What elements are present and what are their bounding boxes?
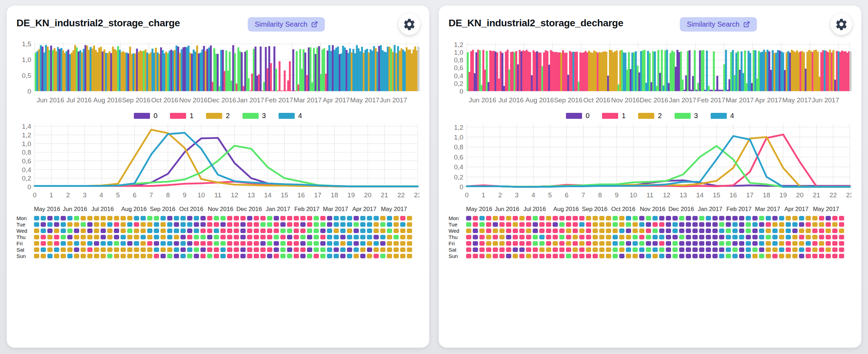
- svg-text:Sep 2016: Sep 2016: [122, 96, 150, 104]
- heatmap-day-label: Sun: [449, 253, 466, 259]
- heatmap-cell: [832, 241, 838, 246]
- heatmap-cell: [280, 247, 286, 252]
- svg-text:12: 12: [231, 191, 238, 199]
- similarity-search-button[interactable]: Similarity Search: [248, 17, 325, 32]
- heatmap-month-label: Nov 2016: [640, 206, 665, 213]
- legend-label: 4: [298, 112, 302, 120]
- heatmap-cell: [579, 222, 585, 227]
- heatmap-cell: [779, 222, 784, 227]
- heatmap-cell: [772, 241, 778, 246]
- heatmap-cell: [559, 241, 565, 246]
- heatmap-cell: [593, 247, 598, 252]
- similarity-search-button[interactable]: Similarity Search: [680, 17, 757, 32]
- heatmap-cell: [141, 235, 146, 239]
- legend-item-2[interactable]: 2: [206, 112, 230, 120]
- svg-text:16: 16: [730, 191, 737, 199]
- external-link-icon: [311, 21, 318, 28]
- heatmap-cell: [180, 229, 186, 233]
- external-link-icon: [743, 21, 750, 28]
- heatmap-cell: [719, 216, 724, 220]
- heatmap-cell: [74, 254, 79, 258]
- heatmap-cell: [506, 222, 511, 227]
- heatmap-month-label: Jul 2016: [91, 206, 114, 213]
- heatmap-cell: [87, 254, 93, 258]
- hourly-profile-chart[interactable]: 0123456789101112131415161718192021222300…: [449, 122, 852, 201]
- heatmap-cell: [479, 254, 485, 258]
- svg-text:8: 8: [598, 191, 602, 199]
- heatmap-cell: [479, 216, 485, 220]
- heatmap-cell: [320, 254, 326, 258]
- heatmap-cell: [327, 247, 332, 252]
- legend-item-4[interactable]: 4: [711, 112, 734, 120]
- heatmap-cell: [726, 222, 731, 227]
- heatmap-cell: [134, 241, 139, 246]
- heatmap-cell: [187, 235, 192, 239]
- heatmap-cell: [254, 235, 259, 239]
- heatmap-cell: [134, 254, 139, 258]
- legend-item-3[interactable]: 3: [242, 112, 266, 120]
- legend-item-0[interactable]: 0: [134, 112, 157, 120]
- heatmap-cell: [287, 247, 292, 252]
- heatmap-cell: [314, 229, 319, 233]
- settings-button[interactable]: [398, 13, 420, 35]
- heatmap-cell: [154, 222, 159, 227]
- legend-label: 0: [586, 112, 589, 120]
- heatmap-cell: [400, 216, 405, 220]
- heatmap-cell: [101, 235, 106, 239]
- heatmap-cell: [174, 254, 179, 258]
- heatmap-cell: [699, 254, 704, 258]
- svg-text:0,6: 0,6: [454, 64, 463, 72]
- heatmap-cell: [354, 235, 359, 239]
- legend-swatch: [566, 113, 582, 119]
- heatmap-cell: [486, 222, 491, 227]
- heatmap-cell: [799, 254, 804, 258]
- heatmap-cell: [593, 229, 598, 233]
- heatmap-cell: [739, 247, 744, 252]
- heatmap-cell: [726, 235, 731, 239]
- heatmap-cell: [686, 235, 691, 239]
- heatmap-cell: [200, 254, 206, 258]
- heatmap-cell: [752, 241, 758, 246]
- daily-bar-chart[interactable]: Jun 2016Jul 2016Aug 2016Sep 2016Oct 2016…: [16, 39, 419, 109]
- heatmap-cell: [41, 222, 46, 227]
- legend-item-0[interactable]: 0: [566, 112, 589, 120]
- heatmap-cell: [679, 216, 684, 220]
- heatmap-cell: [633, 254, 638, 258]
- heatmap-cell: [486, 229, 491, 233]
- settings-button[interactable]: [831, 13, 852, 35]
- heatmap-cell: [593, 222, 598, 227]
- heatmap-cell: [187, 216, 192, 220]
- heatmap-cell: [706, 229, 711, 233]
- heatmap-cell: [639, 222, 644, 227]
- legend-item-2[interactable]: 2: [638, 112, 662, 120]
- heatmap-cell: [752, 247, 758, 252]
- svg-text:17: 17: [746, 191, 753, 199]
- heatmap-cell: [646, 247, 651, 252]
- svg-text:Oct 2016: Oct 2016: [151, 96, 178, 104]
- heatmap-cell: [267, 247, 272, 252]
- legend-item-3[interactable]: 3: [675, 112, 698, 120]
- heatmap-month-label: May 2017: [813, 206, 839, 213]
- heatmap-cell: [347, 254, 352, 258]
- heatmap-cell: [400, 254, 405, 258]
- hourly-profile-chart[interactable]: 0123456789101112131415161718192021222300…: [16, 122, 419, 201]
- heatmap-cell: [340, 247, 346, 252]
- gear-icon: [835, 18, 848, 31]
- legend-item-4[interactable]: 4: [279, 112, 302, 120]
- daily-bar-chart[interactable]: Jun 2016Jul 2016Aug 2016Sep 2016Oct 2016…: [449, 39, 852, 109]
- heatmap-cell: [826, 241, 831, 246]
- heatmap-cell: [160, 247, 166, 252]
- calendar-heatmap[interactable]: May 2016Jun 2016Jul 2016Aug 2016Sep 2016…: [16, 206, 419, 259]
- heatmap-cell: [47, 254, 53, 258]
- svg-text:0: 0: [27, 88, 31, 95]
- legend-item-1[interactable]: 1: [170, 112, 193, 120]
- heatmap-cell: [652, 235, 658, 239]
- calendar-heatmap[interactable]: May 2016Jun 2016Jul 2016Aug 2016Sep 2016…: [449, 206, 852, 259]
- heatmap-day-label: Thu: [449, 234, 466, 240]
- heatmap-cell: [320, 247, 326, 252]
- heatmap-cell: [240, 247, 246, 252]
- legend-item-1[interactable]: 1: [602, 112, 626, 120]
- svg-text:14: 14: [264, 191, 272, 199]
- heatmap-cell: [692, 247, 698, 252]
- heatmap-cell: [786, 235, 791, 239]
